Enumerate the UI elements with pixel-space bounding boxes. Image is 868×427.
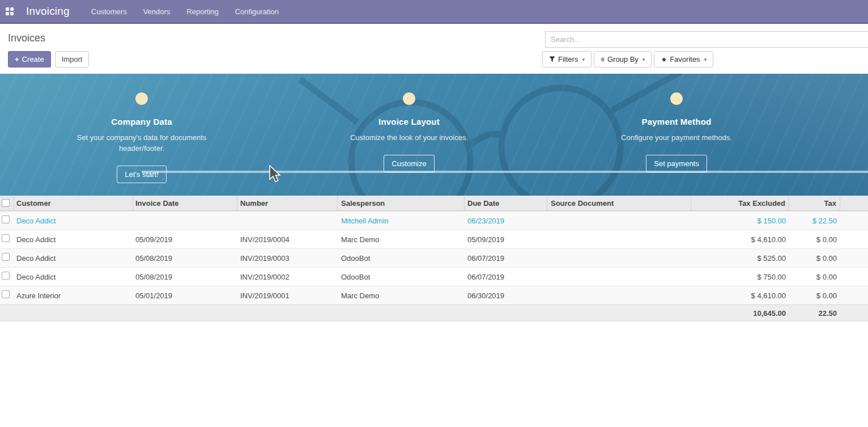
cell-salesperson[interactable]: OdooBot <box>338 268 465 286</box>
select-all-checkbox[interactable] <box>2 199 10 207</box>
step-title: Invoice Layout <box>324 117 494 126</box>
cell-customer[interactable]: Deco Addict <box>14 268 133 286</box>
favorites-button[interactable]: ★ Favorites ▾ <box>654 51 713 67</box>
apps-menu-button[interactable] <box>0 0 19 23</box>
row-checkbox[interactable] <box>2 234 10 242</box>
cell-tax[interactable]: $ 0.00 <box>789 286 840 305</box>
star-icon: ★ <box>661 56 667 64</box>
column-header-customer[interactable]: Customer <box>14 196 133 210</box>
onboarding-step-invoice-layout: Invoice Layout Customize the look of you… <box>324 92 494 172</box>
column-header-tax-excluded[interactable]: Tax Excluded <box>691 196 789 210</box>
cell-number[interactable]: INV/2019/0003 <box>237 249 338 268</box>
column-header-salesperson[interactable]: Salesperson <box>338 196 465 210</box>
caret-down-icon: ▾ <box>704 57 707 62</box>
table-body: Deco Addict Mitchell Admin 06/23/2019 $ … <box>0 211 868 305</box>
cell-customer[interactable]: Deco Addict <box>14 249 133 268</box>
onboarding-step-company-data: Company Data Set your company's data for… <box>57 92 227 183</box>
row-checkbox[interactable] <box>2 253 10 261</box>
invoicing-app: Invoicing Customers Vendors Reporting Co… <box>0 0 868 427</box>
cell-number[interactable]: INV/2019/0004 <box>237 230 338 249</box>
step-title: Payment Method <box>592 117 761 126</box>
cell-invoice-date[interactable]: 05/08/2019 <box>133 268 237 286</box>
row-checkbox[interactable] <box>2 290 10 298</box>
cell-tax[interactable]: $ 0.00 <box>789 249 840 268</box>
column-header-source-document[interactable]: Source Document <box>547 196 691 210</box>
cell-tax-excluded[interactable]: $ 525.00 <box>691 249 789 268</box>
table-row[interactable]: Deco Addict 05/08/2019 INV/2019/0002 Odo… <box>0 267 868 286</box>
search-input[interactable] <box>545 31 868 48</box>
cell-number[interactable]: INV/2019/0001 <box>237 286 338 305</box>
control-panel: Invoices + Create Import Filters ▾ ≡ Gro… <box>0 25 868 74</box>
funnel-icon <box>549 56 555 62</box>
column-header-spacer <box>840 196 868 210</box>
apps-grid-icon <box>6 7 14 15</box>
cell-tax-excluded[interactable]: $ 750.00 <box>691 268 789 286</box>
cell-salesperson[interactable]: Marc Demo <box>338 230 465 249</box>
column-header-tax[interactable]: Tax <box>789 196 840 210</box>
cell-tax[interactable]: $ 22.50 <box>789 212 840 230</box>
table-row[interactable]: Deco Addict 05/09/2019 INV/2019/0004 Mar… <box>0 230 868 248</box>
create-button[interactable]: + Create <box>8 51 51 67</box>
cell-salesperson[interactable]: Marc Demo <box>338 286 465 305</box>
page-title: Invoices <box>8 32 45 44</box>
select-all-checkbox-cell <box>0 196 14 210</box>
step-description: Configure your payment methods. <box>592 132 761 143</box>
app-title[interactable]: Invoicing <box>26 5 70 18</box>
cell-invoice-date[interactable]: 05/09/2019 <box>133 230 237 249</box>
plus-icon: + <box>15 55 19 64</box>
column-header-invoice-date[interactable]: Invoice Date <box>133 196 237 210</box>
step-description: Set your company's data for documents he… <box>57 132 227 154</box>
total-tax: 22.50 <box>789 309 840 318</box>
table-row[interactable]: Deco Addict 05/08/2019 INV/2019/0003 Odo… <box>0 248 868 267</box>
group-by-icon: ≡ <box>601 56 605 64</box>
table-row[interactable]: Deco Addict Mitchell Admin 06/23/2019 $ … <box>0 211 868 230</box>
cell-customer[interactable]: Azure Interior <box>14 286 133 305</box>
onboarding-step-payment-method: Payment Method Configure your payment me… <box>592 92 761 172</box>
cell-salesperson[interactable]: OdooBot <box>338 249 465 268</box>
nav-menu-reporting[interactable]: Reporting <box>186 7 218 16</box>
top-navbar: Invoicing Customers Vendors Reporting Co… <box>0 0 868 24</box>
cell-due-date[interactable]: 06/23/2019 <box>465 212 547 230</box>
step-description: Customize the look of your invoices. <box>324 132 494 143</box>
cell-customer[interactable]: Deco Addict <box>14 212 133 230</box>
step-dot <box>135 92 148 105</box>
cell-invoice-date[interactable]: 05/01/2019 <box>133 286 237 305</box>
invoice-list: Customer Invoice Date Number Salesperson… <box>0 196 868 322</box>
cell-due-date[interactable]: 05/09/2019 <box>465 230 547 249</box>
cell-tax[interactable]: $ 0.00 <box>789 230 840 249</box>
set-payments-button[interactable]: Set payments <box>646 155 707 172</box>
group-by-button[interactable]: ≡ Group By ▾ <box>594 51 652 67</box>
import-button[interactable]: Import <box>55 51 90 67</box>
cell-tax-excluded[interactable]: $ 4,610.00 <box>691 230 789 249</box>
column-header-number[interactable]: Number <box>237 196 338 210</box>
table-footer: 10,645.00 22.50 <box>0 305 868 322</box>
cell-salesperson[interactable]: Mitchell Admin <box>338 212 465 230</box>
caret-down-icon: ▾ <box>582 57 585 62</box>
cell-due-date[interactable]: 06/07/2019 <box>465 249 547 268</box>
cell-due-date[interactable]: 06/30/2019 <box>465 286 547 305</box>
caret-down-icon: ▾ <box>643 57 645 62</box>
row-checkbox[interactable] <box>2 215 10 223</box>
lets-start-button[interactable]: Let's start! <box>117 166 167 183</box>
step-dot <box>670 92 683 105</box>
step-title: Company Data <box>57 117 227 126</box>
cell-due-date[interactable]: 06/07/2019 <box>465 268 547 286</box>
cell-number[interactable]: INV/2019/0002 <box>237 268 338 286</box>
cell-invoice-date[interactable]: 05/08/2019 <box>133 249 237 268</box>
nav-menu-vendors[interactable]: Vendors <box>143 7 171 16</box>
column-header-due-date[interactable]: Due Date <box>465 196 547 210</box>
cell-tax-excluded[interactable]: $ 150.00 <box>691 212 789 230</box>
navbar-menu: Customers Vendors Reporting Configuratio… <box>91 7 279 16</box>
step-dot <box>403 92 415 105</box>
total-tax-excluded: 10,645.00 <box>691 309 789 318</box>
cell-customer[interactable]: Deco Addict <box>14 230 133 249</box>
table-row[interactable]: Azure Interior 05/01/2019 INV/2019/0001 … <box>0 286 868 305</box>
customize-button[interactable]: Customize <box>384 155 434 172</box>
row-checkbox[interactable] <box>2 272 10 280</box>
nav-menu-customers[interactable]: Customers <box>91 7 127 16</box>
cell-tax[interactable]: $ 0.00 <box>789 268 840 286</box>
filters-button[interactable]: Filters ▾ <box>542 51 592 67</box>
onboarding-banner: Company Data Set your company's data for… <box>0 74 868 196</box>
nav-menu-configuration[interactable]: Configuration <box>235 7 279 16</box>
cell-tax-excluded[interactable]: $ 4,610.00 <box>691 286 789 305</box>
